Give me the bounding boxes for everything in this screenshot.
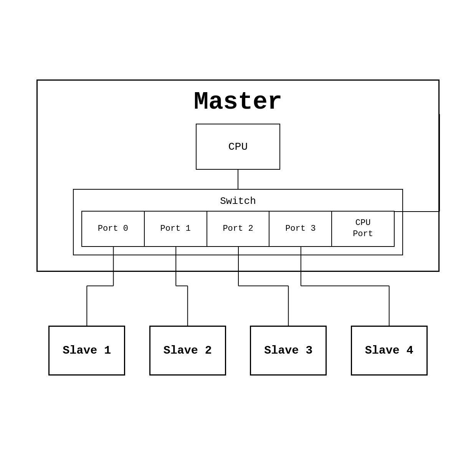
slave-2-label: Slave 2 [164, 344, 212, 357]
port-0: Port 0 [82, 212, 145, 246]
ports-row: Port 0 Port 1 Port 2 Port 3 CPUPort [81, 211, 395, 247]
port-3-label: Port 3 [285, 223, 316, 235]
port-2-label: Port 2 [223, 223, 253, 235]
slave-4-box: Slave 4 [351, 326, 428, 376]
slave-2-box: Slave 2 [149, 326, 226, 376]
master-title: Master [194, 88, 282, 116]
port-cpu: CPUPort [332, 212, 394, 246]
port-1-label: Port 1 [160, 223, 191, 235]
slave-3-box: Slave 3 [250, 326, 327, 376]
slave-1-label: Slave 1 [63, 344, 111, 357]
port-2: Port 2 [207, 212, 270, 246]
port-cpu-label: CPUPort [353, 218, 373, 240]
slave-3-label: Slave 3 [264, 344, 312, 357]
cpu-switch-connector [238, 170, 238, 189]
master-box: Master CPU Switch Port 0 Port 1 [36, 79, 440, 272]
port-0-label: Port 0 [98, 223, 128, 235]
diagram-wrapper: Master CPU Switch Port 0 Port 1 [27, 79, 449, 376]
slave-4-label: Slave 4 [365, 344, 413, 357]
slaves-section: Slave 1 Slave 2 Slave 3 Slave 4 [36, 326, 440, 376]
slave-1-box: Slave 1 [48, 326, 125, 376]
switch-label: Switch [220, 195, 256, 207]
switch-box: Switch Port 0 Port 1 Port 2 Port 3 [73, 189, 403, 255]
cpu-label: CPU [228, 141, 248, 153]
top-section: Master CPU Switch Port 0 Port 1 [27, 79, 449, 272]
cpu-box: CPU [196, 124, 280, 170]
connector-gap [27, 272, 449, 326]
port-3: Port 3 [269, 212, 332, 246]
port-1: Port 1 [145, 212, 207, 246]
